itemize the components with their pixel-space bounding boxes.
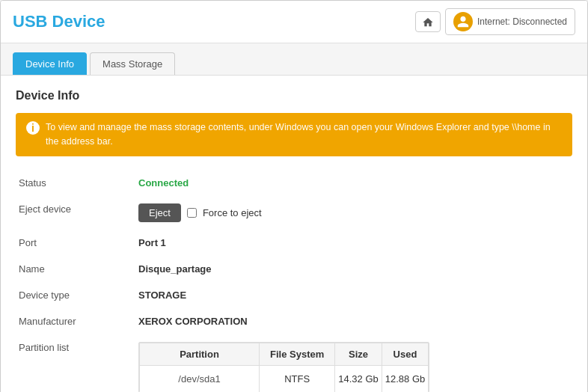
status-row: Status Connected <box>16 170 572 196</box>
manufacturer-label: Manufacturer <box>16 308 135 334</box>
port-value: Port 1 <box>138 237 166 248</box>
cell-size: 14.32 Gb <box>335 365 382 392</box>
status-value: Connected <box>138 177 189 189</box>
content-area: Device Info i To view and manage the mas… <box>1 76 587 392</box>
col-size: Size <box>335 343 382 365</box>
eject-button[interactable]: Eject <box>138 203 181 222</box>
device-type-label: Device type <box>16 282 135 308</box>
internet-status-badge: Internet: Disconnected <box>445 8 575 35</box>
col-partition: Partition <box>140 343 260 365</box>
name-value: Disque_partage <box>138 263 212 275</box>
section-title: Device Info <box>16 89 572 102</box>
force-eject-checkbox[interactable] <box>187 208 197 218</box>
partition-table-header: Partition File System Size Used <box>140 343 429 365</box>
internet-status-label: Internet: Disconnected <box>477 16 567 27</box>
eject-row: Eject device Eject Force to eject <box>16 196 572 230</box>
tab-device-info[interactable]: Device Info <box>13 52 87 75</box>
home-button[interactable] <box>415 11 441 32</box>
partition-table: Partition File System Size Used /dev/sda… <box>139 343 429 392</box>
header-right: Internet: Disconnected <box>415 8 575 35</box>
tabs-bar: Device Info Mass Storage <box>1 43 587 76</box>
force-eject-label: Force to eject <box>203 207 262 218</box>
eject-label: Eject device <box>16 196 135 230</box>
manufacturer-value: XEROX CORPORATION <box>138 316 248 327</box>
name-row: Name Disque_partage <box>16 256 572 282</box>
alert-message: To view and manage the mass storage cont… <box>46 120 562 149</box>
cell-partition: /dev/sda1 <box>140 365 260 392</box>
home-icon <box>422 16 434 28</box>
device-type-value: STORAGE <box>138 290 186 301</box>
eject-controls: Eject Force to eject <box>138 203 569 222</box>
info-icon: i <box>26 121 40 135</box>
info-alert: i To view and manage the mass storage co… <box>16 113 572 156</box>
cell-used: 12.88 Gb <box>382 365 429 392</box>
col-filesystem: File System <box>260 343 335 365</box>
table-row: /dev/sda1NTFS14.32 Gb12.88 Gb <box>140 365 429 392</box>
status-label: Status <box>16 170 135 196</box>
partition-table-container: Partition File System Size Used /dev/sda… <box>138 342 429 393</box>
port-row: Port Port 1 <box>16 230 572 256</box>
page-wrapper: USB Device Internet: Disconnected Device… <box>0 0 588 392</box>
port-label: Port <box>16 230 135 256</box>
manufacturer-row: Manufacturer XEROX CORPORATION <box>16 308 572 334</box>
avatar <box>453 12 473 31</box>
cell-filesystem: NTFS <box>260 365 335 392</box>
tab-mass-storage[interactable]: Mass Storage <box>90 52 175 75</box>
col-used: Used <box>382 343 429 365</box>
info-table: Status Connected Eject device Eject Forc… <box>16 170 572 393</box>
device-type-row: Device type STORAGE <box>16 282 572 308</box>
user-icon <box>456 15 470 28</box>
partition-list-label: Partition list <box>16 334 135 393</box>
header: USB Device Internet: Disconnected <box>1 1 587 43</box>
page-title: USB Device <box>13 12 105 31</box>
name-label: Name <box>16 256 135 282</box>
partition-list-row: Partition list Partition File System Siz… <box>16 334 572 393</box>
